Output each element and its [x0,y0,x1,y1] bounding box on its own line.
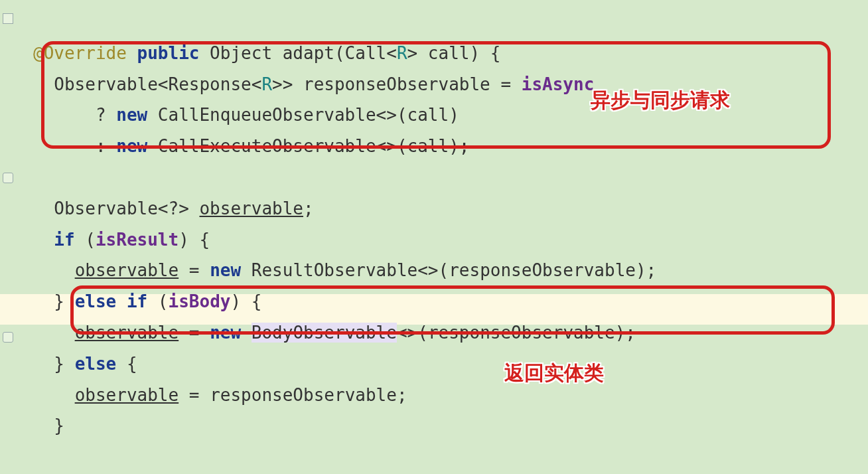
code-text: = [179,323,210,343]
code-text: ; [303,198,314,218]
code-text: Observable<?> [54,198,199,218]
code-line: Observable<?> observable; [33,198,314,218]
code-line: : new CallExecuteObservable<>(call); [33,136,469,156]
code-text: ResultObservable<>(responseObservable); [241,260,656,280]
code-line: } else if (isBody) { [33,291,261,311]
code-editor[interactable]: @Override public Object adapt(Call<R> ca… [0,0,868,474]
keyword-token: if [127,291,147,311]
field-token: isBody [169,291,231,311]
code-text: { [116,354,137,374]
code-text: } [54,416,64,435]
keyword-token: else [75,354,117,374]
class-token: BodyObservable [252,323,397,343]
keyword-token: new [210,260,241,280]
code-line: Observable<Response<R>> responseObservab… [33,74,594,94]
variable-token: observable [75,323,179,343]
code-text: Object adapt(Call< [199,43,396,63]
code-text: ( [147,291,168,311]
keyword-token: new [210,323,241,343]
code-text [116,291,127,311]
code-text: : [96,136,116,156]
keyword-token: if [54,230,74,250]
code-text: } [54,291,74,311]
code-line: ? new CallEnqueueObservable<>(call) [33,105,459,125]
keyword-token: public [137,43,200,63]
code-text [241,323,252,343]
annotation-token: @Override [33,43,127,63]
field-token: isAsync [522,74,595,94]
blank-line [33,447,44,467]
variable-token: observable [75,385,179,405]
code-line: } [33,416,64,435]
code-line: @Override public Object adapt(Call<R> ca… [33,43,500,63]
code-line: } else { [33,354,137,374]
code-text: = [179,260,210,280]
code-text: Observable<Response< [54,74,261,94]
keyword-token: new [116,136,147,156]
code-text: CallEnqueueObservable<>(call) [147,105,459,125]
code-text: ) { [179,230,210,250]
code-text: ? [96,105,116,125]
keyword-token: new [116,105,147,125]
code-line: observable = responseObservable; [33,385,407,405]
typeparam-token: R [397,43,407,63]
code-line: observable = new BodyObservable<>(respon… [33,323,636,343]
code-line: if (isResult) { [33,230,210,250]
code-text: <>(responseObservable); [397,323,636,343]
variable-token: observable [199,198,303,218]
code-text: >> responseObservable = [272,74,522,94]
field-token: isResult [96,230,179,250]
blank-line [33,167,44,187]
code-text: ) { [230,291,261,311]
keyword-token: else [75,291,117,311]
variable-token: observable [75,260,179,280]
code-text: ( [75,230,96,250]
code-text: > call) { [407,43,501,63]
typeparam-token: R [261,74,272,94]
code-text: = responseObservable; [179,385,407,405]
code-text: CallExecuteObservable<>(call); [147,136,469,156]
code-text: } [54,354,74,374]
code-line: observable = new ResultObservable<>(resp… [33,260,656,280]
